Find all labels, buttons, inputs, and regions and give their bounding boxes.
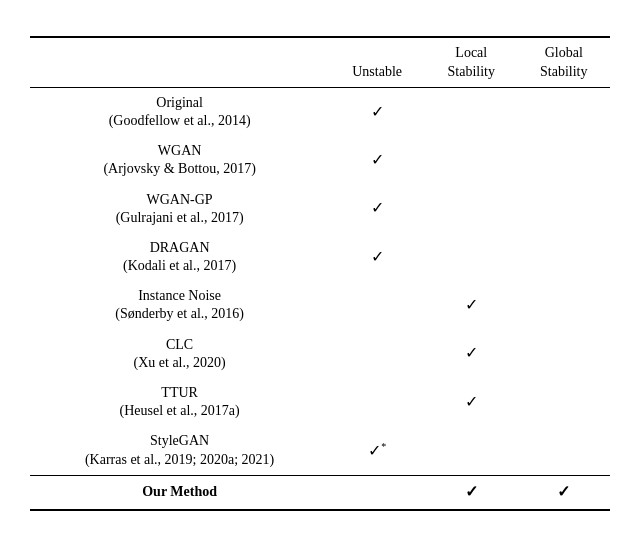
method-cell: DRAGAN (Kodali et al., 2017)	[30, 233, 329, 281]
our-method-label: Our Method	[30, 475, 329, 508]
method-cell: Instance Noise (Sønderby et al., 2016)	[30, 281, 329, 329]
unstable-cell	[329, 378, 425, 426]
unstable-cell: ✓*	[329, 426, 425, 475]
global-cell	[518, 233, 611, 281]
table-row: Instance Noise (Sønderby et al., 2016) ✓	[30, 281, 610, 329]
unstable-cell: ✓	[329, 87, 425, 136]
method-cell: WGAN (Arjovsky & Bottou, 2017)	[30, 136, 329, 184]
method-cell: TTUR (Heusel et al., 2017a)	[30, 378, 329, 426]
global-cell	[518, 87, 611, 136]
table-row: TTUR (Heusel et al., 2017a) ✓	[30, 378, 610, 426]
table-row: StyleGAN (Karras et al., 2019; 2020a; 20…	[30, 426, 610, 475]
unstable-cell: ✓	[329, 185, 425, 233]
table-row: CLC (Xu et al., 2020) ✓	[30, 330, 610, 378]
unstable-cell: ✓	[329, 136, 425, 184]
our-method-global: ✓	[518, 475, 611, 508]
table-row: WGAN-GP (Gulrajani et al., 2017) ✓	[30, 185, 610, 233]
global-cell	[518, 281, 611, 329]
local-cell	[425, 185, 517, 233]
method-cell: WGAN-GP (Gulrajani et al., 2017)	[30, 185, 329, 233]
table-row: Original (Goodfellow et al., 2014) ✓	[30, 87, 610, 136]
our-method-unstable	[329, 475, 425, 508]
table-row: DRAGAN (Kodali et al., 2017) ✓	[30, 233, 610, 281]
local-cell: ✓	[425, 330, 517, 378]
local-cell	[425, 87, 517, 136]
our-method-row: Our Method ✓ ✓	[30, 475, 610, 508]
global-cell	[518, 378, 611, 426]
global-cell	[518, 330, 611, 378]
global-cell	[518, 136, 611, 184]
local-cell	[425, 233, 517, 281]
unstable-column-header: Unstable	[329, 38, 425, 87]
local-stability-column-header: Local Stability	[425, 38, 517, 87]
local-cell: ✓	[425, 378, 517, 426]
global-stability-column-header: Global Stability	[518, 38, 611, 87]
table-row: WGAN (Arjovsky & Bottou, 2017) ✓	[30, 136, 610, 184]
method-cell: Original (Goodfellow et al., 2014)	[30, 87, 329, 136]
global-cell	[518, 185, 611, 233]
local-cell: ✓	[425, 281, 517, 329]
global-cell	[518, 426, 611, 475]
unstable-cell: ✓	[329, 233, 425, 281]
method-cell: StyleGAN (Karras et al., 2019; 2020a; 20…	[30, 426, 329, 475]
unstable-cell	[329, 330, 425, 378]
method-cell: CLC (Xu et al., 2020)	[30, 330, 329, 378]
comparison-table: Unstable Local Stability Global Stabilit…	[30, 36, 610, 510]
local-cell	[425, 136, 517, 184]
our-method-local: ✓	[425, 475, 517, 508]
local-cell	[425, 426, 517, 475]
method-column-header	[30, 38, 329, 87]
unstable-cell	[329, 281, 425, 329]
